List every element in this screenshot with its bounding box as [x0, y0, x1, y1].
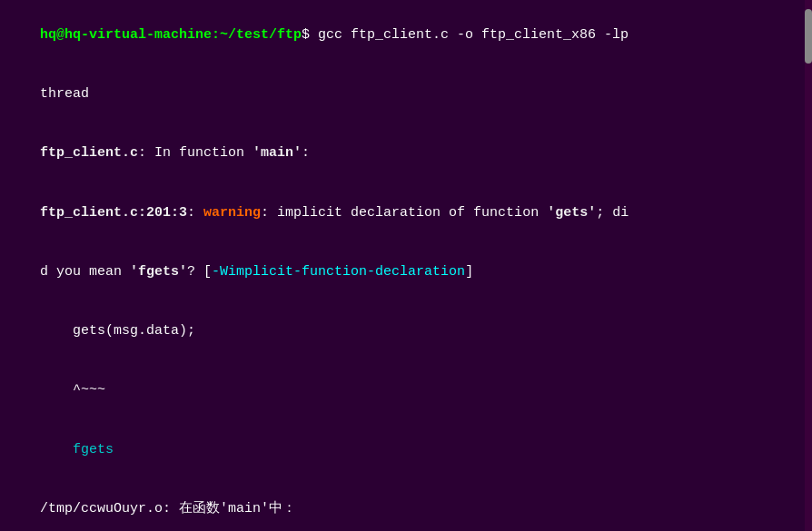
terminal-line-6: gets(msg.data); [7, 301, 805, 360]
terminal-line-1: hq@hq-virtual-machine:~/test/ftp$ gcc ft… [7, 5, 805, 64]
terminal-line-7: ^~~~ [7, 361, 805, 420]
scrollbar[interactable] [805, 0, 812, 531]
terminal-line-5: d you mean 'fgets'? [-Wimplicit-function… [7, 242, 805, 301]
terminal-line-2: thread [7, 64, 805, 123]
terminal-window[interactable]: hq@hq-virtual-machine:~/test/ftp$ gcc ft… [7, 5, 805, 526]
cmd-cont-1: thread [40, 86, 89, 102]
terminal-line-4: ftp_client.c:201:3: warning: implicit de… [7, 183, 805, 242]
terminal-line-8: fgets [7, 420, 805, 479]
prompt-1: hq@hq-virtual-machine:~/test/ftp [40, 27, 302, 43]
terminal-line-9: /tmp/ccwuOuyr.o: 在函数'main'中： [7, 479, 805, 526]
scrollbar-thumb[interactable] [805, 9, 812, 64]
cmd-1: $ gcc ftp_client.c -o ftp_client_x86 -lp [302, 27, 629, 43]
filename-1: ftp_client.c [40, 145, 138, 161]
terminal-line-3: ftp_client.c: In function 'main': [7, 124, 805, 183]
